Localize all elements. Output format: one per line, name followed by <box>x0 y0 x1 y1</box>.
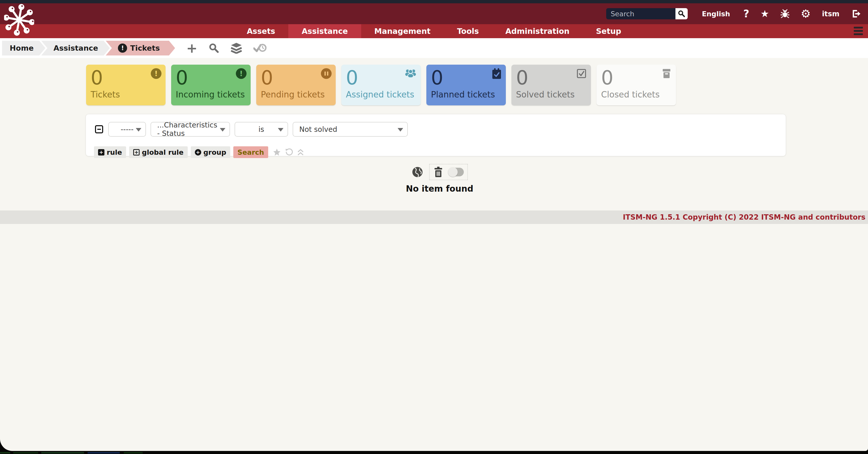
card-label: Tickets <box>91 90 161 99</box>
card-closed-tickets[interactable]: 0 Closed tickets <box>596 65 676 105</box>
nav-item-administration[interactable]: Administration <box>492 24 583 38</box>
main-nav: Assets Assistance Management Tools Admin… <box>0 24 868 38</box>
language-selector[interactable]: English <box>702 10 730 18</box>
chevron-down-icon <box>398 128 403 132</box>
user-menu[interactable]: itsm <box>822 10 839 18</box>
pause-circle-icon <box>321 68 332 79</box>
breadcrumb-tickets[interactable]: ! Tickets <box>106 41 175 56</box>
criteria-logic-select[interactable]: ----- <box>108 122 146 137</box>
footer: ITSM-NG 1.5.1 Copyright (C) 2022 ITSM-NG… <box>0 210 868 224</box>
chevron-down-icon <box>278 128 283 132</box>
search-icon <box>678 10 685 18</box>
reset-search-icon[interactable] <box>285 148 293 156</box>
global-rule-button-label: global rule <box>142 149 183 156</box>
gear-glyph: ⚙ <box>801 8 811 19</box>
card-planned-tickets[interactable]: 0 Planned tickets <box>426 65 506 105</box>
add-global-rule-button[interactable]: + global rule <box>129 146 187 158</box>
breadcrumb-home-label: Home <box>10 44 34 53</box>
card-label: Solved tickets <box>516 90 586 99</box>
card-count: 0 <box>91 68 161 88</box>
nav-item-setup[interactable]: Setup <box>583 24 634 38</box>
global-search-button[interactable] <box>676 8 688 19</box>
card-count: 0 <box>176 68 246 88</box>
ticket-toolbar: + <box>186 41 267 55</box>
users-icon <box>404 68 417 78</box>
plus-square-outline-icon: + <box>133 149 140 156</box>
card-assigned-tickets[interactable]: 0 Assigned tickets <box>341 65 421 105</box>
global-search <box>606 8 688 19</box>
hamburger-menu-icon[interactable] <box>854 27 864 37</box>
card-solved-tickets[interactable]: 0 Solved tickets <box>512 65 591 105</box>
validation-check-clock-icon[interactable] <box>253 43 267 54</box>
criteria-field-select[interactable]: ...Characteristics - Status <box>151 122 230 137</box>
breadcrumb-assistance[interactable]: Assistance <box>41 41 110 56</box>
card-tickets[interactable]: 0 Tickets ! <box>86 65 165 105</box>
itsm-ng-logo-icon[interactable] <box>4 4 34 36</box>
criteria-condition-select[interactable]: is <box>235 122 288 137</box>
search-submit-button[interactable]: Search <box>233 146 268 158</box>
criteria-logic-value: ----- <box>121 125 134 134</box>
nav-item-assistance[interactable]: Assistance <box>288 24 361 38</box>
card-label: Assigned tickets <box>346 90 416 99</box>
criteria-value-select[interactable]: Not solved <box>292 122 408 137</box>
nav-item-assets[interactable]: Assets <box>234 24 288 38</box>
templates-layers-icon[interactable] <box>230 42 242 54</box>
mass-action-box <box>429 164 468 180</box>
card-label: Pending tickets <box>261 90 331 99</box>
footer-copyright-link[interactable]: ITSM-NG 1.5.1 Copyright (C) 2022 ITSM-NG… <box>623 213 865 221</box>
card-label: Closed tickets <box>601 90 671 99</box>
trash-icon[interactable] <box>433 166 443 177</box>
results-area: No item found <box>6 164 868 194</box>
bookmark-star-icon[interactable]: ★ <box>761 9 769 19</box>
card-count: 0 <box>261 68 331 88</box>
card-label: Planned tickets <box>431 90 501 99</box>
chevron-down-icon <box>136 128 142 132</box>
add-group-button[interactable]: + group <box>191 146 230 158</box>
exclamation-circle-icon: ! <box>151 68 161 79</box>
card-count: 0 <box>601 68 671 88</box>
breadcrumb-home[interactable]: Home <box>2 41 45 56</box>
add-rule-button[interactable]: + rule <box>94 146 126 158</box>
bookmark-save-icon[interactable] <box>273 148 281 156</box>
card-label: Incoming tickets <box>176 90 246 99</box>
search-button-label: Search <box>237 149 264 156</box>
criteria-value-text: Not solved <box>299 125 337 134</box>
globe-icon[interactable] <box>411 166 424 178</box>
breadcrumb: Home Assistance ! Tickets + <box>0 38 868 58</box>
help-icon[interactable]: ? <box>743 8 749 20</box>
toggle-switch[interactable] <box>448 168 464 176</box>
checkbox-check-icon <box>576 68 587 79</box>
browser-top-strip <box>0 0 868 3</box>
empty-results-message: No item found <box>406 184 473 194</box>
criteria-condition-value: is <box>258 125 264 134</box>
search-tickets-icon[interactable] <box>209 43 219 54</box>
criteria-row: ----- ...Characteristics - Status is Not… <box>94 122 408 137</box>
plus-circle-icon: + <box>195 149 201 156</box>
global-search-input[interactable] <box>606 8 676 19</box>
main-content: 0 Tickets ! 0 Incoming tickets ! 0 Pendi… <box>0 65 868 194</box>
plus-square-icon: + <box>98 149 104 156</box>
settings-gear-icon[interactable]: ⚙ <box>801 8 811 19</box>
card-pending-tickets[interactable]: 0 Pending tickets <box>256 65 336 105</box>
bug-report-icon[interactable] <box>780 9 789 18</box>
calendar-check-icon <box>492 68 502 79</box>
star-glyph: ★ <box>761 9 769 19</box>
group-button-label: group <box>204 149 226 156</box>
header-bar: English ? ★ ⚙ itsm <box>0 3 868 24</box>
app-window: English ? ★ ⚙ itsm <box>0 0 868 451</box>
card-count: 0 <box>431 68 501 88</box>
criteria-buttons-row: + rule + global rule + group Search <box>94 146 304 158</box>
collapse-up-icon[interactable] <box>297 149 304 156</box>
exclamation-circle-icon: ! <box>236 68 247 79</box>
help-glyph: ? <box>743 8 749 20</box>
logout-icon[interactable] <box>851 9 861 19</box>
collapse-criteria-icon[interactable] <box>94 125 104 134</box>
ticket-status-cards: 0 Tickets ! 0 Incoming tickets ! 0 Pendi… <box>86 65 868 105</box>
nav-item-tools[interactable]: Tools <box>444 24 492 38</box>
saved-search-tools <box>273 148 304 156</box>
chevron-down-icon <box>220 128 225 132</box>
add-ticket-icon[interactable]: + <box>186 41 197 55</box>
nav-item-management[interactable]: Management <box>361 24 444 38</box>
results-toolbar <box>411 164 468 180</box>
card-incoming-tickets[interactable]: 0 Incoming tickets ! <box>171 65 251 105</box>
